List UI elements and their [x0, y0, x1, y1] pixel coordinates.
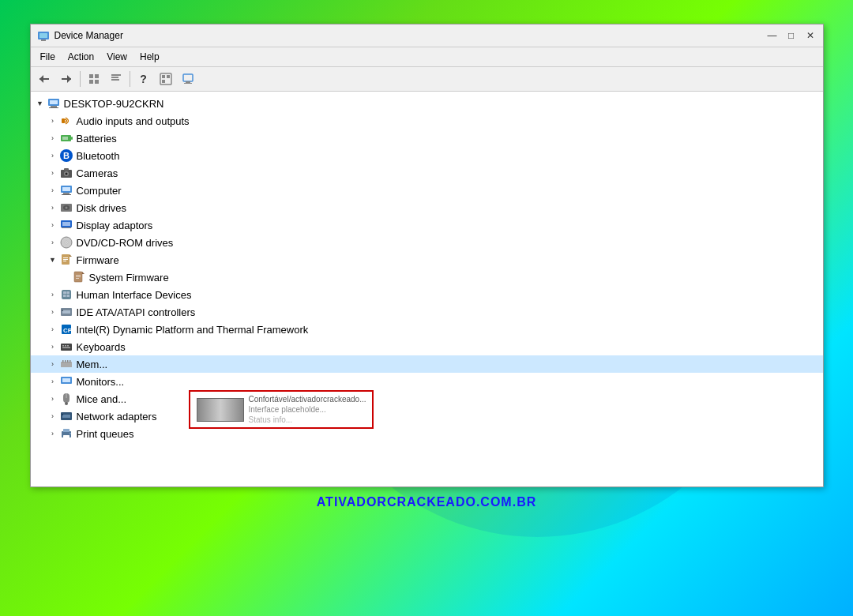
- svg-rect-24: [49, 107, 58, 108]
- svg-rect-88: [63, 435, 70, 438]
- help-button[interactable]: ?: [133, 69, 154, 88]
- dvd-icon: [59, 235, 73, 250]
- root-expand[interactable]: ▼: [34, 97, 47, 110]
- svg-rect-2: [41, 39, 46, 41]
- forward-button[interactable]: [56, 69, 77, 88]
- svg-rect-84: [62, 415, 70, 418]
- computer-label: Computer: [77, 185, 122, 197]
- dvd-expand[interactable]: ›: [47, 236, 59, 249]
- scan-button[interactable]: [156, 69, 176, 88]
- network-expand[interactable]: ›: [47, 410, 59, 423]
- update-driver-button[interactable]: [106, 69, 126, 88]
- tree-item-display[interactable]: › Display adaptors: [31, 216, 823, 234]
- device-manager-window: Device Manager — □ ✕ File Action View He…: [30, 24, 824, 487]
- close-button[interactable]: ✕: [804, 29, 817, 42]
- cameras-expand[interactable]: ›: [47, 167, 59, 179]
- tree-item-dvd[interactable]: › DVD/CD-ROM drives: [31, 234, 823, 251]
- tree-item-network[interactable]: › Network adapters: [31, 408, 823, 425]
- tooltip-line2: Interface placeholde...: [249, 405, 366, 414]
- root-label: DESKTOP-9U2CKRN: [64, 98, 164, 110]
- tree-item-bluetooth[interactable]: › B Bluetooth: [31, 147, 823, 164]
- bluetooth-expand[interactable]: ›: [47, 149, 59, 162]
- tree-item-memory[interactable]: › Mem...: [31, 355, 823, 373]
- disk-expand[interactable]: ›: [47, 201, 59, 214]
- tree-item-hid[interactable]: › Human Interface Devices: [31, 286, 823, 303]
- minimize-button[interactable]: —: [766, 29, 779, 42]
- tree-root[interactable]: ▼ DESKTOP-9U2CKRN: [31, 95, 823, 112]
- intel-expand[interactable]: ›: [47, 323, 59, 336]
- menu-help[interactable]: Help: [133, 49, 166, 65]
- svg-rect-1: [39, 33, 47, 38]
- tree-item-intel[interactable]: › CPU Intel(R) Dynamic Platform and Ther…: [31, 321, 823, 338]
- display-label: Display adaptors: [77, 220, 153, 231]
- print-expand[interactable]: ›: [47, 427, 59, 440]
- mice-expand[interactable]: ›: [47, 393, 59, 405]
- properties-button[interactable]: [84, 69, 104, 88]
- audio-expand[interactable]: ›: [47, 115, 59, 127]
- memory-label: Mem...: [77, 359, 108, 370]
- tree-item-monitors[interactable]: › Monitors...: [31, 373, 823, 390]
- svg-rect-13: [111, 79, 119, 81]
- maximize-button[interactable]: □: [785, 29, 798, 42]
- firmware-expand[interactable]: ▼: [47, 254, 59, 266]
- monitors-expand[interactable]: ›: [47, 375, 59, 388]
- svg-text:B: B: [63, 151, 70, 160]
- toolbar-separator-2: [130, 71, 130, 87]
- tree-item-disk[interactable]: › Disk drives: [31, 199, 823, 216]
- svg-rect-61: [63, 295, 66, 297]
- tree-item-keyboards[interactable]: › Keyboards: [31, 338, 823, 355]
- tree-item-computer[interactable]: › Computer: [31, 182, 823, 199]
- svg-rect-27: [71, 137, 73, 140]
- ide-expand[interactable]: ›: [47, 306, 59, 318]
- tree-item-mice[interactable]: › Mice and...: [31, 390, 823, 408]
- network-label: Network adapters: [77, 411, 157, 423]
- hid-icon: [59, 287, 73, 302]
- watermark: ATIVADORCRACKEADO.COM.BR: [317, 495, 537, 509]
- memory-expand[interactable]: ›: [47, 358, 59, 370]
- keyboards-expand[interactable]: ›: [47, 340, 59, 353]
- batteries-expand[interactable]: ›: [47, 132, 59, 145]
- svg-rect-4: [39, 78, 49, 80]
- svg-rect-60: [66, 291, 70, 294]
- monitors-icon: [59, 374, 73, 389]
- tree-item-batteries[interactable]: › Batteries: [31, 130, 823, 147]
- tree-item-cameras[interactable]: › Cameras: [31, 164, 823, 182]
- tree-item-firmware[interactable]: ▼ Firmware: [31, 251, 823, 269]
- display-expand[interactable]: ›: [47, 219, 59, 231]
- menu-file[interactable]: File: [34, 49, 62, 65]
- back-button[interactable]: [34, 69, 54, 88]
- tree-item-audio[interactable]: › Audio inputs and outputs: [31, 112, 823, 130]
- computer-expand[interactable]: ›: [47, 184, 59, 197]
- svg-point-82: [65, 402, 68, 405]
- hid-label: Human Interface Devices: [77, 289, 192, 301]
- menu-view[interactable]: View: [100, 49, 133, 65]
- tree-item-print[interactable]: › Print queues: [31, 425, 823, 442]
- disk-label: Disk drives: [77, 202, 127, 214]
- tooltip-popup: Confortável/activadorcrackeado... Interf…: [189, 390, 374, 429]
- audio-icon: [59, 114, 73, 128]
- svg-rect-85: [62, 414, 63, 415]
- tree-item-ide[interactable]: › IDE ATA/ATAPI controllers: [31, 303, 823, 321]
- svg-rect-22: [50, 100, 58, 104]
- svg-rect-16: [167, 75, 170, 78]
- keyboards-icon: [59, 340, 73, 354]
- svg-rect-11: [111, 74, 121, 76]
- svg-rect-71: [67, 345, 69, 347]
- monitor-button[interactable]: [178, 69, 198, 88]
- print-label: Print queues: [77, 428, 134, 440]
- firmware-label: Firmware: [77, 254, 119, 266]
- window-title: Device Manager: [54, 30, 766, 41]
- svg-rect-38: [62, 194, 71, 195]
- cameras-icon: [59, 166, 73, 180]
- cameras-label: Cameras: [77, 167, 118, 179]
- svg-rect-56: [76, 276, 81, 277]
- svg-rect-52: [63, 261, 66, 261]
- tree-item-system-firmware[interactable]: System Firmware: [31, 269, 823, 286]
- toolbar: ?: [31, 67, 823, 92]
- svg-rect-69: [62, 345, 64, 347]
- svg-rect-43: [62, 222, 70, 226]
- ide-icon: [59, 305, 73, 319]
- hid-expand[interactable]: ›: [47, 288, 59, 301]
- computer-icon: [59, 183, 73, 197]
- menu-action[interactable]: Action: [62, 49, 100, 65]
